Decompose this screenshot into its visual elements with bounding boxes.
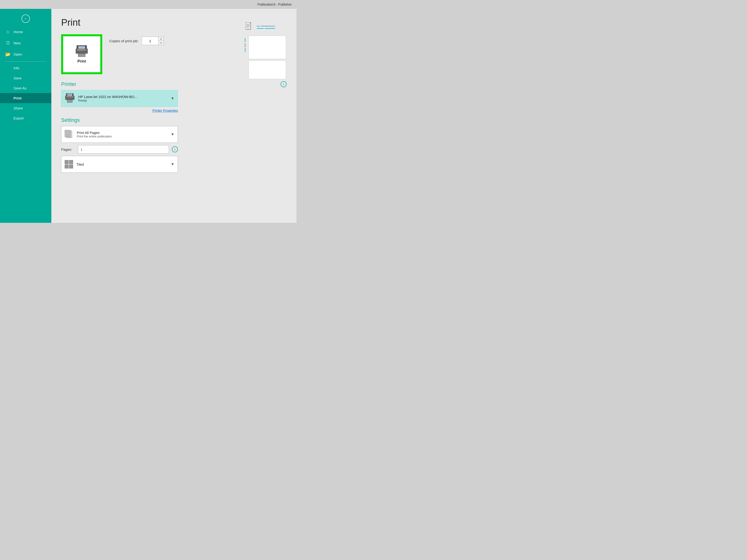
content-area: Print: [51, 9, 297, 223]
back-button[interactable]: ←: [0, 11, 51, 26]
copies-label: Copies of print job:: [109, 39, 138, 43]
svg-rect-7: [79, 47, 84, 47]
vertical-ruler: 8.5": [241, 36, 249, 52]
printer-dropdown-arrow: ▼: [171, 96, 174, 101]
tiled-text: Tiled: [76, 162, 168, 166]
page-layer-3: [65, 130, 70, 137]
print-all-pages-label: Print All Pages: [77, 131, 168, 135]
svg-rect-19: [65, 98, 67, 99]
svg-rect-4: [79, 55, 84, 55]
print-all-pages-sub: Print the entire publication: [77, 135, 168, 138]
sidebar-item-open[interactable]: 📂 Open: [0, 49, 51, 60]
sidebar-item-info[interactable]: Info: [0, 63, 51, 73]
svg-rect-3: [78, 54, 85, 57]
ruler-bottom-line: [245, 48, 246, 52]
svg-point-9: [85, 50, 86, 51]
open-icon: 📂: [5, 52, 11, 57]
new-icon: 🗋: [5, 41, 11, 46]
tile-cell-4: [69, 164, 73, 168]
title-bar: Publication3 - Publisher: [0, 0, 297, 9]
page-preview-bottom: [249, 60, 286, 79]
sidebar-item-print[interactable]: Print: [0, 93, 51, 103]
pages-label: Pages:: [61, 148, 75, 152]
printer-status: Ready: [78, 99, 168, 102]
page-previews: [249, 36, 286, 79]
sidebar-item-save-as[interactable]: Save As: [0, 83, 51, 93]
sidebar-item-home[interactable]: ⌂ Home: [0, 26, 51, 37]
printer-info: HP LaserJet 1022 on WIKIHOW-BO... Ready: [78, 95, 168, 102]
sidebar-item-export[interactable]: Export: [0, 113, 51, 123]
print-button[interactable]: Print: [63, 36, 100, 72]
tiled-icon: [65, 160, 73, 168]
pages-row: Pages: i: [61, 145, 178, 154]
copies-input[interactable]: [142, 37, 158, 45]
svg-rect-15: [68, 101, 72, 102]
svg-rect-8: [79, 47, 84, 48]
copies-down-button[interactable]: ▼: [158, 41, 164, 45]
svg-rect-1: [76, 49, 88, 54]
tile-cell-2: [69, 160, 73, 164]
tiled-dropdown-arrow: ▼: [171, 162, 174, 166]
printer-small-icon: [65, 93, 75, 104]
svg-rect-12: [67, 96, 73, 97]
tiled-dropdown[interactable]: Tiled ▼: [61, 156, 178, 173]
tile-cell-1: [65, 160, 69, 164]
print-pages-dropdown-arrow: ▼: [171, 132, 174, 136]
copies-up-button[interactable]: ▲: [158, 37, 164, 41]
svg-rect-17: [68, 94, 72, 95]
pages-input-wrapper: [78, 145, 169, 154]
copies-spinner: ▲ ▼: [158, 37, 164, 45]
zoom-controls: [257, 22, 275, 32]
print-pages-dropdown[interactable]: Print All Pages Print the entire publica…: [61, 126, 178, 143]
home-icon: ⌂: [5, 29, 11, 34]
pages-input[interactable]: [78, 148, 169, 152]
copies-area: Copies of print job: ▲ ▼: [109, 34, 164, 45]
sidebar-item-open-label: Open: [14, 52, 22, 56]
svg-rect-14: [68, 101, 72, 101]
sidebar: ← ⌂ Home 🗋 New 📂 Open Info Save Save As …: [0, 9, 51, 223]
sidebar-item-save-label: Save: [14, 76, 22, 80]
sidebar-item-save[interactable]: Save: [0, 73, 51, 83]
pages-info-icon[interactable]: i: [172, 146, 178, 152]
sidebar-item-print-label: Print: [14, 96, 22, 100]
sidebar-item-share-label: Share: [14, 106, 23, 110]
copies-input-wrapper: ▲ ▼: [142, 37, 164, 45]
preview-with-ruler: 8.5": [241, 36, 286, 79]
print-button-wrapper: Print: [61, 34, 102, 74]
svg-rect-5: [79, 56, 84, 56]
printer-dropdown[interactable]: HP LaserJet 1022 on WIKIHOW-BO... Ready …: [61, 90, 178, 107]
sidebar-item-new-label: New: [14, 41, 21, 45]
sidebar-item-info-label: Info: [14, 66, 19, 70]
sidebar-item-save-as-label: Save As: [14, 86, 26, 90]
printer-name: HP LaserJet 1022 on WIKIHOW-BO...: [78, 95, 168, 99]
printer-properties-link[interactable]: Printer Properties: [61, 109, 178, 112]
svg-rect-11: [65, 96, 75, 100]
main-layout: ← ⌂ Home 🗋 New 📂 Open Info Save Save As …: [0, 9, 297, 223]
preview-icons-row: [246, 22, 282, 32]
printer-icon: [75, 45, 89, 57]
sidebar-item-export-label: Export: [14, 116, 24, 120]
tile-cell-3: [65, 164, 69, 168]
print-btn-label: Print: [77, 59, 86, 63]
page-preview-top: [249, 36, 286, 59]
back-circle-icon: ←: [22, 15, 30, 23]
sidebar-item-share[interactable]: Share: [0, 103, 51, 113]
title-bar-text: Publication3 - Publisher: [257, 3, 292, 6]
sidebar-item-new[interactable]: 🗋 New: [0, 37, 51, 49]
tiled-label: Tiled: [76, 162, 168, 166]
print-pages-text: Print All Pages Print the entire publica…: [77, 131, 168, 138]
ruler-top-line: [245, 38, 246, 42]
preview-area: 8.5": [231, 18, 297, 223]
svg-rect-2: [77, 50, 86, 50]
multi-page-icon: [65, 130, 74, 139]
ruler-label: 8.5": [244, 43, 246, 47]
preview-doc-icon: [246, 22, 252, 32]
sidebar-item-home-label: Home: [14, 30, 23, 34]
